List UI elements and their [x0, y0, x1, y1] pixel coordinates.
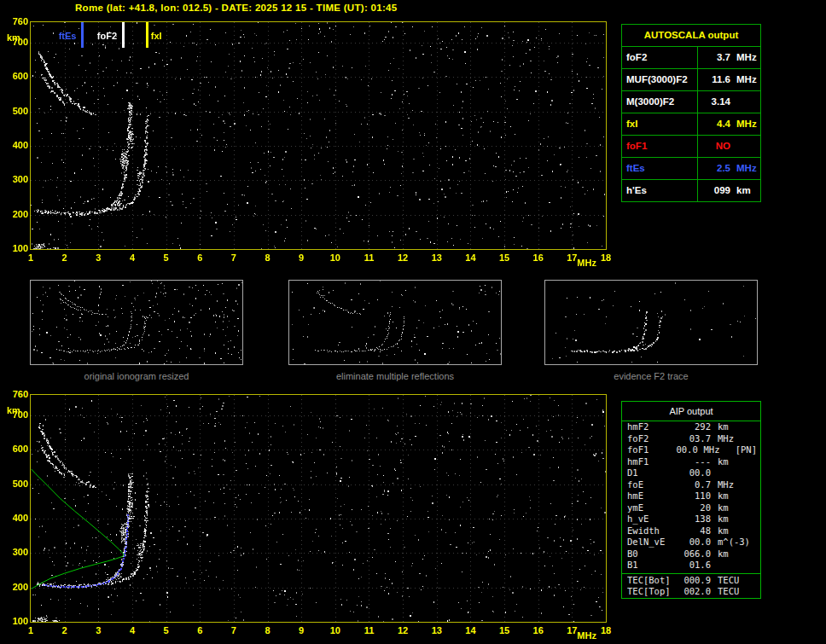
- autoscala-row-label: foF2: [622, 47, 698, 68]
- x-tick-label: 7: [224, 252, 244, 264]
- ionogram-plot-top: ftEsfoF2fxI: [30, 21, 607, 250]
- aip-table-header: AIP output: [622, 402, 760, 421]
- aip-param-name: DelN_vE: [627, 537, 677, 548]
- autoscala-row-unit: MHz: [736, 113, 757, 135]
- x-tick-label: 11: [358, 625, 379, 636]
- x-tick-label: 6: [189, 252, 210, 264]
- x-tick-label: 11: [358, 252, 379, 264]
- x-tick-label: 1: [20, 625, 41, 636]
- thumbnail-canvas: [31, 281, 242, 364]
- x-tick-label: 13: [427, 252, 447, 264]
- autoscala-row-unit: MHz: [736, 158, 757, 179]
- aip-param-value: 00.0: [677, 467, 711, 479]
- aip-param-unit: MHz: [704, 444, 736, 456]
- aip-col-gap: [711, 479, 718, 491]
- y-tick-label: 300: [3, 547, 28, 558]
- aip-row: TEC[Top]002.0TECU: [622, 586, 760, 598]
- x-tick-label: 7: [224, 625, 244, 636]
- aip-output-table: AIP output hmF2292kmfoF203.7MHzfoF100.0M…: [621, 401, 761, 599]
- marker-line-fof2: [122, 22, 125, 48]
- aip-col-gap: [711, 502, 718, 514]
- aip-row: hmF1---km: [622, 456, 760, 468]
- aip-param-value: 00.0: [677, 537, 711, 548]
- y-axis-unit: km: [7, 405, 20, 415]
- thumbnail-panel: [544, 280, 758, 365]
- x-tick-label: 2: [55, 625, 75, 636]
- autoscala-row-value-cell: 4.4MHz: [698, 113, 760, 135]
- autoscala-row: foF1NO: [622, 136, 760, 158]
- aip-col-gap: [711, 525, 718, 537]
- aip-param-name: foE: [627, 479, 677, 491]
- aip-param-name: foF1: [627, 444, 669, 456]
- autoscala-row: MUF(3000)F211.6MHz: [622, 69, 760, 91]
- aip-param-note: [755, 548, 757, 560]
- x-tick-label: 18: [596, 625, 616, 636]
- aip-param-note: [755, 467, 757, 479]
- aip-row: foF203.7MHz: [622, 433, 760, 445]
- aip-param-value: 00.0: [669, 444, 698, 456]
- y-tick-label: 200: [3, 209, 28, 220]
- autoscala-row-label: h'Es: [622, 180, 698, 201]
- aip-param-value: 03.7: [677, 433, 711, 445]
- aip-row: D100.0: [622, 467, 760, 479]
- aip-param-name: hmF2: [627, 421, 677, 433]
- autoscala-table-header: AUTOSCALA output: [622, 25, 760, 47]
- aip-col-gap: [711, 548, 718, 560]
- x-tick-label: 4: [122, 252, 143, 264]
- y-tick-label: 200: [3, 582, 28, 593]
- y-tick-label: 400: [3, 513, 28, 524]
- aip-param-value: 066.0: [677, 548, 711, 560]
- thumbnail-caption: eliminate multiple reflections: [288, 371, 502, 381]
- aip-col-gap: [698, 444, 704, 456]
- aip-param-note: [755, 433, 757, 445]
- thumbnail-caption: original ionogram resized: [30, 371, 243, 381]
- aip-row: h_vE138km: [622, 513, 760, 525]
- aip-param-name: hmE: [627, 490, 677, 502]
- x-tick-label: 1: [20, 252, 41, 264]
- aip-col-gap: [711, 456, 718, 468]
- y-tick-label: 500: [3, 479, 28, 490]
- aip-col-gap: [711, 537, 718, 548]
- autoscala-row-value: 3.14: [698, 91, 730, 113]
- aip-param-unit: km: [718, 525, 755, 537]
- x-tick-label: 8: [258, 252, 278, 264]
- x-tick-label: 16: [528, 252, 549, 264]
- aip-param-note: [755, 537, 757, 548]
- aip-param-unit: [718, 560, 755, 571]
- autoscala-row-label: M(3000)F2: [622, 91, 698, 113]
- autoscala-table-rows: foF23.7MHzMUF(3000)F211.6MHzM(3000)F23.1…: [622, 47, 760, 201]
- aip-param-unit: TECU: [718, 575, 755, 587]
- aip-param-unit: km: [718, 421, 755, 433]
- aip-param-value: 20: [677, 502, 711, 514]
- aip-param-value: 01.6: [677, 560, 711, 571]
- thumbnail-canvas: [545, 281, 757, 364]
- aip-param-name: TEC[Top]: [627, 586, 677, 598]
- autoscala-app-window: Rome (lat: +41.8, lon: 012.5) - DATE: 20…: [0, 0, 826, 644]
- x-tick-label: 4: [122, 625, 143, 636]
- autoscala-row-value-cell: 099km: [698, 180, 760, 201]
- frequency-markers: ftEsfoF2fxI: [31, 22, 606, 249]
- aip-param-name: h_vE: [627, 513, 677, 525]
- aip-col-gap: [711, 467, 718, 479]
- aip-param-name: TEC[Bot]: [627, 575, 677, 587]
- aip-row: B0066.0km: [622, 548, 760, 560]
- x-tick-label: 3: [88, 252, 108, 264]
- aip-param-name: ymE: [627, 502, 677, 514]
- y-tick-label: 760: [3, 389, 28, 400]
- x-axis-unit: MHz: [577, 630, 596, 641]
- thumbnail-canvas: [289, 281, 501, 364]
- autoscala-row: ftEs2.5MHz: [622, 158, 760, 180]
- aip-param-note: [755, 575, 757, 587]
- aip-param-value: 002.0: [677, 586, 711, 598]
- aip-row: foE0.7MHz: [622, 479, 760, 491]
- aip-param-name: foF2: [627, 433, 677, 445]
- x-tick-label: 9: [291, 252, 311, 264]
- page-title: Rome (lat: +41.8, lon: 012.5) - DATE: 20…: [75, 3, 397, 13]
- aip-param-unit: km: [718, 456, 755, 468]
- y-tick-label: 300: [3, 174, 28, 185]
- aip-param-note: [755, 560, 757, 571]
- autoscala-row-value-cell: NO: [698, 136, 760, 157]
- aip-row: foF100.0MHz[PN]: [622, 444, 760, 456]
- x-tick-label: 13: [427, 625, 447, 636]
- aip-param-value: ---: [677, 456, 711, 468]
